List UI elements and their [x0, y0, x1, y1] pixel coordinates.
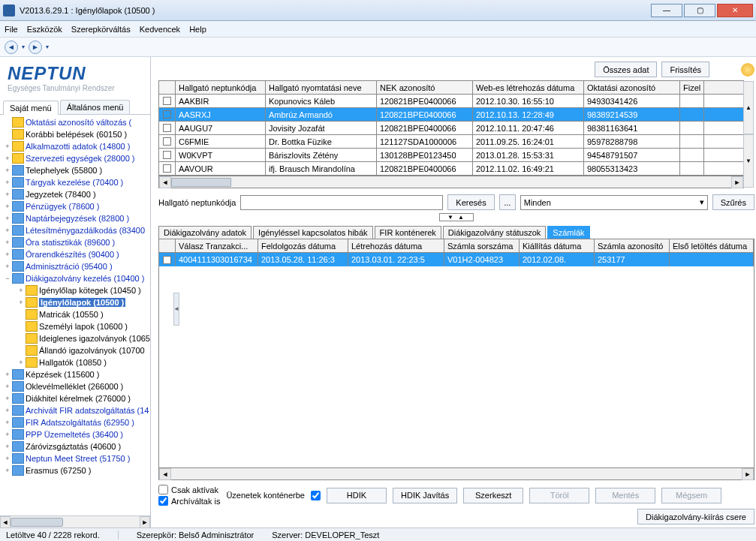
nav-forward-button[interactable]: ►	[29, 41, 42, 54]
expand-icon[interactable]: +	[3, 155, 12, 162]
panel-toggle[interactable]: ▼ ▲	[151, 213, 756, 221]
scroll-left-icon[interactable]: ◄	[159, 176, 171, 188]
expand-icon[interactable]: +	[3, 251, 12, 258]
row-checkbox[interactable]	[163, 124, 171, 132]
tree-node[interactable]: +Képzések (115600 )	[3, 368, 150, 380]
search-dropdown[interactable]: Minden ▾	[520, 195, 708, 210]
archived-checkbox[interactable]: Archíváltak is	[158, 496, 220, 506]
tree-node[interactable]: +Óra statisztikák (89600 )	[3, 236, 150, 248]
edit-button[interactable]: Szerkeszt	[463, 488, 523, 503]
grid-header-check[interactable]	[159, 81, 176, 94]
expand-icon[interactable]: +	[3, 419, 12, 426]
tree-node[interactable]: +Adminisztráció (95400 )	[3, 260, 150, 272]
detail-tab[interactable]: Igényléssel kapcsolatos hibák	[253, 226, 373, 239]
detail-header-invno[interactable]: Számla sorszáma	[444, 239, 520, 252]
detail-tab[interactable]: Diákigazolvány adatok	[158, 226, 251, 239]
scroll-up-icon[interactable]: ▲	[743, 81, 754, 134]
grid-header-nek[interactable]: NEK azonosító	[377, 81, 473, 94]
swap-id-button[interactable]: Diákigazolvány-kiírás csere	[637, 509, 754, 524]
close-button[interactable]: ✕	[717, 4, 753, 17]
msg-container-checkbox[interactable]	[311, 491, 321, 500]
scroll-down-icon[interactable]: ▼	[743, 134, 754, 188]
tree-node[interactable]: +Órarendkészítés (90400 )	[3, 248, 150, 260]
tree-node[interactable]: +Szervezeti egységek (28000 )	[3, 152, 150, 164]
detail-row[interactable]: 4004111303016734 2013.05.28. 11:26:3 201…	[159, 253, 754, 266]
grid-v-scrollbar[interactable]: ▲ ▼	[743, 81, 754, 188]
tree-node[interactable]: +Tárgyak kezelése (70400 )	[3, 176, 150, 188]
tree-node[interactable]: +PPP Üzemeltetés (36400 )	[3, 428, 150, 440]
tree-node[interactable]: Oktatási azonosító változás (	[3, 116, 150, 128]
expand-icon[interactable]: +	[3, 203, 12, 210]
tree-node[interactable]: +Naptárbejegyzések (82800 )	[3, 212, 150, 224]
expand-icon[interactable]: +	[17, 299, 26, 306]
hdik-button[interactable]: HDIK	[327, 488, 387, 503]
detail-tab[interactable]: Diákigazolvány státuszok	[443, 226, 547, 239]
scroll-right-icon[interactable]: ►	[742, 468, 754, 480]
scroll-thumb[interactable]	[11, 518, 63, 527]
tree-node[interactable]: −Diákigazolvány kezelés (10400 )	[3, 272, 150, 284]
maximize-button[interactable]: ▢	[684, 4, 715, 17]
detail-h-scrollbar[interactable]: ◄ ►	[159, 467, 754, 479]
expand-icon[interactable]: +	[3, 227, 12, 234]
scroll-right-icon[interactable]: ►	[731, 176, 743, 188]
detail-tab[interactable]: Számlák	[547, 226, 589, 239]
tree-node[interactable]: +FIR Adatszolgáltatás (62950 )	[3, 416, 150, 428]
cancel-button[interactable]: Mégsem	[661, 488, 721, 503]
students-grid[interactable]: Hallgató neptunkódja Hallgató nyomtatási…	[158, 80, 744, 188]
tree-node[interactable]: +Záróvizsgáztatás (40600 )	[3, 440, 150, 452]
minimize-button[interactable]: —	[651, 4, 682, 17]
expand-icon[interactable]: +	[3, 263, 12, 270]
detail-header-firstdl[interactable]: Első letöltés dátuma	[670, 239, 754, 252]
filter-button[interactable]: Szűrés	[712, 194, 754, 210]
only-active-checkbox[interactable]: Csak aktívak	[158, 485, 220, 494]
row-checkbox[interactable]	[163, 97, 171, 105]
grid-row[interactable]: AASRXJAmbrúz Armandó120821BPE04000662012…	[159, 108, 743, 122]
tree-node[interactable]: +Pénzügyek (78600 )	[3, 200, 150, 212]
expand-icon[interactable]: +	[3, 431, 12, 438]
sidebar-tab-own[interactable]: Saját menü	[3, 101, 59, 115]
nav-tree[interactable]: Oktatási azonosító változás (Korábbi bel…	[0, 115, 150, 515]
grid-row[interactable]: AAVOURifj. Brausch Mirandolína120821BPE0…	[159, 162, 743, 176]
grid-header-fizel[interactable]: Fizel	[680, 81, 704, 94]
tree-node[interactable]: +Neptun Meet Street (51750 )	[3, 452, 150, 464]
expand-icon[interactable]: +	[3, 215, 12, 222]
tree-node[interactable]: +Alkalmazotti adatok (14800 )	[3, 140, 150, 152]
tree-node[interactable]: +Archivált FIR adatszolgáltatás (14	[3, 404, 150, 416]
expand-icon[interactable]: +	[3, 443, 12, 450]
expand-icon[interactable]: +	[3, 191, 12, 198]
scroll-thumb[interactable]	[171, 178, 231, 187]
menu-favorites[interactable]: Kedvencek	[140, 25, 180, 34]
expand-icon[interactable]: +	[3, 395, 12, 402]
tree-node[interactable]: +Igénylőlapok (10500 )	[3, 296, 150, 308]
detail-header-invid[interactable]: Számla azonosító	[595, 239, 670, 252]
expand-icon[interactable]: +	[3, 407, 12, 414]
tree-node[interactable]: +Oklevélmelléklet (266000 )	[3, 380, 150, 392]
detail-header-trans[interactable]: Válasz Tranzakci...	[176, 239, 258, 252]
scroll-left-icon[interactable]: ◄	[0, 516, 11, 528]
grid-row[interactable]: C6FMIEDr. Bottka Füzike121127SDA10000062…	[159, 135, 743, 149]
grid-header-webdate[interactable]: Web-es létrehozás dátuma	[473, 81, 584, 94]
nav-forward-dropdown[interactable]: ▾	[44, 44, 51, 50]
refresh-button[interactable]: Frissítés	[661, 62, 709, 77]
detail-header-issuedate[interactable]: Kiállítás dátuma	[520, 239, 595, 252]
row-checkbox[interactable]	[163, 137, 171, 146]
nav-back-dropdown[interactable]: ▾	[20, 44, 27, 50]
save-button[interactable]: Mentés	[595, 488, 655, 503]
nav-back-button[interactable]: ◄	[5, 41, 18, 54]
tree-node[interactable]: Személyi lapok (10600 )	[3, 320, 150, 332]
grid-header-neptun[interactable]: Hallgató neptunkódja	[176, 81, 266, 94]
grid-header-printname[interactable]: Hallgató nyomtatási neve	[266, 81, 377, 94]
tree-node[interactable]: +Diákhitel kérelmek (276000 )	[3, 392, 150, 404]
expand-icon[interactable]: +	[3, 143, 12, 150]
detail-header-createdate[interactable]: Létrehozás dátuma	[348, 239, 444, 252]
tree-node[interactable]: +Igénylőlap kötegek (10450 )	[3, 284, 150, 296]
menu-help[interactable]: Help	[189, 25, 206, 34]
tree-h-scrollbar[interactable]: ◄ ►	[0, 515, 150, 527]
grid-h-scrollbar[interactable]: ◄ ►	[159, 176, 743, 188]
tree-node[interactable]: +Hallgatók (10850 )	[3, 356, 150, 368]
delete-button[interactable]: Töröl	[529, 488, 589, 503]
expand-icon[interactable]: −	[3, 275, 12, 282]
search-button[interactable]: Keresés	[447, 194, 494, 210]
tree-node[interactable]: +Erasmus (67250 )	[3, 464, 150, 476]
expand-icon[interactable]: +	[3, 467, 12, 474]
